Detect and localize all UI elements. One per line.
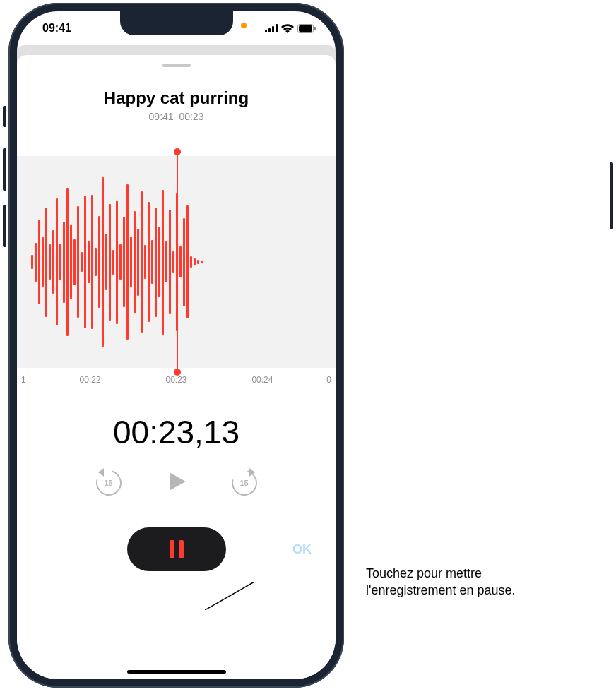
waveform-bar (169, 210, 171, 314)
waveform-bar (105, 234, 107, 290)
waveform-bar (70, 225, 72, 299)
svg-rect-5 (299, 25, 312, 32)
volume-down (3, 205, 6, 247)
status-right (265, 24, 316, 33)
phone-frame: 09:41 Happy cat purring 09:41 00:23 1 00… (8, 3, 344, 688)
wifi-icon (281, 24, 294, 33)
callout-text: Touchez pour mettre l'enregistrement en … (366, 565, 516, 599)
timeline-label: 00:24 (219, 375, 305, 385)
elapsed-timer: 00:23,13 (113, 413, 239, 451)
waveform-bar (31, 255, 33, 269)
recording-time: 09:41 (149, 111, 174, 122)
skip-back-value: 15 (104, 479, 112, 487)
cellular-icon (265, 24, 278, 32)
recording-duration: 00:23 (179, 111, 203, 122)
waveform-bar (73, 239, 76, 285)
waveform-bar (35, 243, 37, 282)
waveform-bar (197, 260, 199, 264)
svg-rect-0 (265, 30, 267, 32)
waveform-bar (183, 218, 185, 306)
play-icon (165, 470, 189, 494)
waveform-bar (98, 216, 100, 308)
waveform-bar (91, 195, 93, 329)
waveform-bar (151, 240, 153, 284)
playhead[interactable] (177, 152, 178, 372)
pause-recording-button[interactable] (127, 527, 226, 571)
waveform-bar (155, 208, 157, 317)
bottom-row: OK (17, 527, 336, 571)
waveform-bar (42, 237, 44, 287)
waveform-bar (126, 184, 129, 340)
svg-rect-3 (276, 24, 278, 32)
pause-icon (170, 540, 184, 558)
waveform-area[interactable] (17, 156, 336, 368)
skip-forward-15-button[interactable]: 15 (231, 470, 258, 496)
power-button (610, 162, 613, 229)
timeline-label: 00:23 (134, 375, 220, 385)
waveform-bar (112, 250, 114, 275)
waveform-bar (109, 204, 111, 321)
home-indicator[interactable] (127, 670, 226, 674)
svg-rect-6 (314, 27, 316, 30)
play-button[interactable] (165, 470, 189, 496)
waveform-bar (63, 222, 65, 303)
waveform-bar (190, 256, 192, 268)
waveform-bar (119, 244, 122, 280)
waveform-bar (201, 261, 203, 263)
waveform-bar (102, 177, 104, 347)
volume-switch (3, 106, 6, 127)
waveform-bar (49, 244, 51, 280)
waveform-bar (77, 206, 79, 318)
waveform-bar (84, 196, 86, 328)
timeline-label: 0 (305, 375, 331, 385)
waveform-bar (123, 217, 125, 307)
waveform-bar (56, 198, 58, 325)
notch (120, 11, 233, 35)
waveform-bar (116, 201, 118, 324)
waveform-bar (148, 202, 150, 322)
callout-line2: l'enregistrement en pause. (366, 583, 516, 597)
waveform-bar (144, 245, 146, 279)
waveform-bar (134, 211, 136, 313)
svg-rect-1 (268, 28, 271, 32)
battery-icon (297, 24, 316, 33)
svg-rect-2 (272, 26, 274, 32)
waveform-bar (88, 241, 90, 283)
recording-title[interactable]: Happy cat purring (104, 88, 249, 108)
playback-controls: 15 15 (95, 470, 258, 496)
waveform-bar (179, 246, 182, 277)
recording-sheet: Happy cat purring 09:41 00:23 1 00:22 00… (17, 55, 336, 679)
waveform-bar (95, 248, 97, 276)
status-time: 09:41 (42, 22, 71, 35)
sheet-grabber[interactable] (162, 64, 191, 67)
skip-forward-value: 15 (239, 479, 248, 487)
waveform-bar (38, 220, 40, 304)
recording-meta: 09:41 00:23 (149, 111, 204, 122)
waveform-bar (45, 208, 47, 317)
waveform-bar (81, 252, 83, 272)
waveform-bar (52, 230, 54, 294)
recording-indicator-dot (241, 23, 247, 28)
done-button[interactable]: OK (292, 542, 312, 557)
waveform-bar (158, 227, 160, 297)
timeline-label: 1 (21, 375, 47, 385)
waveform-bar (194, 258, 196, 265)
waveform-bar (141, 191, 143, 333)
phone-screen: 09:41 Happy cat purring 09:41 00:23 1 00… (17, 11, 336, 679)
waveform-bar (137, 229, 139, 296)
waveform-bar (186, 205, 189, 318)
waveform-bar (162, 190, 164, 335)
waveform-bar (59, 244, 61, 280)
callout-line1: Touchez pour mettre (366, 566, 482, 580)
waveform-bar (130, 237, 132, 287)
waveform-bar (165, 241, 167, 282)
volume-up (3, 148, 6, 191)
waveform-bar (172, 251, 174, 273)
skip-back-15-button[interactable]: 15 (95, 470, 122, 496)
timeline-label: 00:22 (47, 375, 134, 385)
waveform-bar (66, 188, 69, 336)
